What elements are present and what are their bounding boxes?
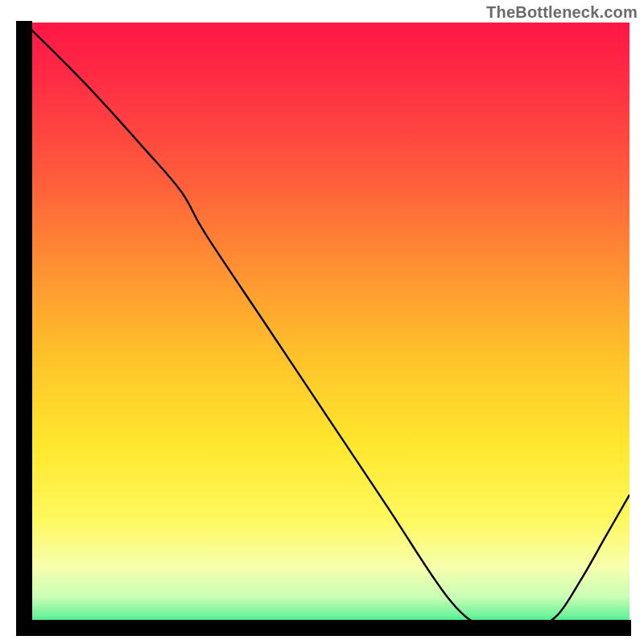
- plot-background: [24, 23, 630, 628]
- watermark-text: TheBottleneck.com: [486, 3, 638, 22]
- bottleneck-chart: [0, 0, 644, 644]
- chart-stage: TheBottleneck.com: [0, 0, 644, 644]
